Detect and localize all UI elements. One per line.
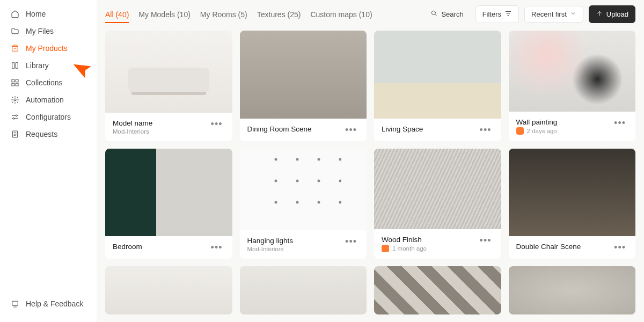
upload-button[interactable]: Upload: [589, 5, 635, 23]
search-icon: [430, 10, 438, 19]
search-button[interactable]: Search: [424, 6, 470, 23]
svg-point-5: [14, 99, 16, 101]
tab-label: All (40): [105, 10, 129, 19]
sidebar-item-collections[interactable]: Collections: [0, 74, 97, 91]
sidebar-item-help[interactable]: Help & Feedback: [0, 295, 97, 312]
filters-button[interactable]: Filters: [475, 5, 519, 23]
card-title: Double Chair Scene: [516, 243, 581, 251]
card-more-button[interactable]: •••: [343, 125, 359, 135]
card-more-button[interactable]: •••: [478, 236, 494, 245]
product-card[interactable]: Wall painting 2 days ago •••: [509, 31, 636, 141]
help-icon: [11, 299, 19, 308]
controls: Search Filters Recent first Upload: [424, 5, 635, 23]
author-badge: [382, 245, 389, 252]
product-card[interactable]: Model name Mod-Interiors •••: [105, 31, 232, 141]
sidebar-item-requests[interactable]: Requests: [0, 126, 97, 143]
tab-custom-maps[interactable]: Custom maps (10): [310, 7, 372, 22]
tab-models[interactable]: My Models (10): [138, 7, 190, 22]
product-card[interactable]: [105, 266, 232, 314]
folder-icon: [11, 27, 19, 35]
card-thumbnail: [374, 149, 501, 230]
card-more-button[interactable]: •••: [612, 118, 628, 128]
card-subtitle: Mod-Interiors: [113, 128, 152, 135]
tabs: All (40) My Models (10) My Rooms (5) Tex…: [105, 7, 372, 22]
chevron-down-icon: [570, 10, 576, 18]
card-more-button[interactable]: •••: [343, 237, 359, 246]
card-more-button[interactable]: •••: [478, 125, 494, 135]
svg-rect-9: [12, 301, 18, 305]
card-thumbnail: [509, 31, 636, 112]
requests-icon: [11, 130, 19, 138]
author-badge: [516, 127, 524, 135]
product-card[interactable]: Wood Finish 1 month ago •••: [374, 149, 501, 259]
card-thumbnail: [105, 266, 232, 314]
card-title: Wall painting: [516, 118, 558, 126]
product-card[interactable]: Dining Room Scene •••: [240, 31, 367, 141]
product-card[interactable]: [240, 266, 367, 314]
sort-dropdown[interactable]: Recent first: [524, 6, 583, 23]
sidebar-item-automation[interactable]: Automation: [0, 91, 97, 108]
product-card[interactable]: [509, 266, 636, 314]
products-icon: [11, 44, 19, 53]
card-more-button[interactable]: •••: [612, 243, 628, 252]
card-title: Model name: [113, 119, 152, 127]
card-thumbnail: [509, 266, 636, 314]
product-card[interactable]: Hanging lights Mod-Interiors •••: [240, 149, 367, 259]
card-thumbnail: [240, 31, 367, 119]
sidebar-item-configurators[interactable]: Configurators: [0, 108, 97, 126]
card-title: Dining Room Scene: [247, 125, 312, 133]
card-subtitle: 2 days ago: [516, 127, 558, 135]
sidebar-item-label: Collections: [26, 78, 62, 87]
svg-rect-2: [16, 79, 18, 82]
sidebar-item-label: Automation: [26, 96, 64, 104]
card-title: Living Space: [382, 125, 423, 133]
svg-rect-1: [12, 79, 14, 82]
tab-label: Textures (25): [257, 10, 301, 19]
svg-rect-3: [12, 83, 14, 86]
svg-point-10: [432, 11, 436, 14]
card-thumbnail: [105, 31, 232, 113]
sidebar-item-label: My Files: [26, 27, 54, 35]
tab-label: My Models (10): [138, 10, 190, 19]
product-card[interactable]: [374, 266, 501, 314]
automation-icon: [11, 96, 19, 104]
svg-rect-4: [16, 83, 18, 86]
tab-textures[interactable]: Textures (25): [257, 7, 301, 22]
sidebar-item-library[interactable]: Library: [0, 57, 97, 74]
search-label: Search: [441, 10, 463, 18]
card-more-button[interactable]: •••: [209, 243, 225, 252]
product-card[interactable]: Bedroom •••: [105, 149, 232, 259]
sidebar-item-files[interactable]: My Files: [0, 23, 97, 40]
card-more-button[interactable]: •••: [209, 119, 225, 129]
product-card[interactable]: Living Space •••: [374, 31, 501, 141]
tab-label: Custom maps (10): [310, 10, 372, 19]
sidebar-item-label: Home: [26, 10, 46, 18]
sidebar-item-products[interactable]: My Products: [0, 40, 97, 57]
tab-all[interactable]: All (40): [105, 7, 129, 22]
card-title: Wood Finish: [382, 236, 427, 244]
card-subtitle: 1 month ago: [382, 245, 427, 252]
sidebar-item-home[interactable]: Home: [0, 5, 97, 23]
card-title: Hanging lights: [247, 237, 294, 245]
sidebar-item-label: Requests: [26, 130, 57, 138]
card-thumbnail: [374, 31, 501, 119]
card-subtitle: Mod-Interiors: [247, 246, 294, 252]
filters-icon: [504, 10, 512, 19]
tab-rooms[interactable]: My Rooms (5): [200, 7, 247, 22]
topbar: All (40) My Models (10) My Rooms (5) Tex…: [105, 0, 635, 31]
library-icon: [11, 61, 19, 70]
sidebar: Home My Files My Products Library Collec…: [0, 0, 97, 322]
sidebar-item-label: Help & Feedback: [26, 299, 83, 308]
card-thumbnail: [105, 149, 232, 237]
sort-label: Recent first: [531, 10, 567, 18]
card-thumbnail: [509, 149, 636, 237]
product-grid: Model name Mod-Interiors ••• Dining Room…: [105, 31, 635, 322]
collections-icon: [11, 78, 19, 87]
svg-point-7: [13, 118, 14, 119]
upload-label: Upload: [606, 10, 628, 18]
product-card[interactable]: Double Chair Scene •••: [509, 149, 636, 259]
sidebar-item-label: Configurators: [26, 113, 71, 121]
upload-icon: [596, 10, 603, 19]
svg-point-6: [16, 115, 17, 116]
home-icon: [11, 10, 19, 18]
